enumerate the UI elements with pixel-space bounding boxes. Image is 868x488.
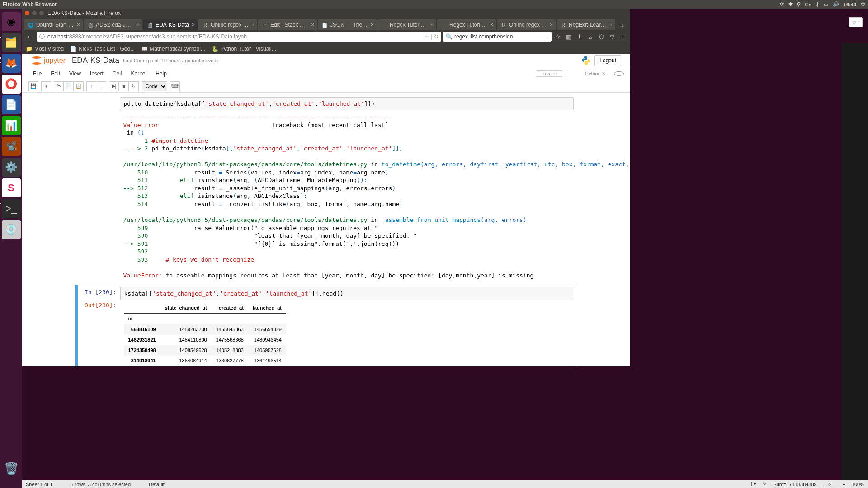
menu-item[interactable]: Cell — [108, 70, 127, 77]
python-logo-icon — [581, 56, 591, 66]
close-tab-icon[interactable]: × — [487, 22, 493, 28]
close-tab-icon[interactable]: × — [547, 22, 553, 28]
zoom-level[interactable]: 100% — [852, 482, 864, 487]
run-button[interactable]: ▶| — [109, 81, 119, 91]
trash-icon[interactable]: 🗑️ — [2, 459, 21, 478]
close-tab-icon[interactable]: × — [134, 22, 140, 28]
browser-tab[interactable]: RRegExr: Learn, B× — [557, 19, 615, 30]
close-tab-icon[interactable]: × — [189, 22, 195, 28]
tray-icon[interactable]: ⟳ — [780, 1, 784, 7]
slack-icon[interactable]: S — [2, 178, 21, 197]
close-tab-icon[interactable]: × — [428, 22, 434, 28]
close-tab-icon[interactable]: × — [607, 22, 613, 28]
dash-icon[interactable]: ◉ — [2, 12, 21, 31]
browser-tab[interactable]: 🌐Ubuntu Start Page× — [24, 19, 83, 30]
impress-icon[interactable]: 📽️ — [2, 137, 21, 156]
paste-button[interactable]: 📋 — [74, 81, 84, 91]
browser-tab[interactable]: ≡Edit - Stack Over× — [258, 19, 317, 30]
bookmark-star-button[interactable]: ☆⁺ — [849, 17, 863, 27]
close-tab-icon[interactable]: × — [74, 22, 80, 28]
bookmark-item[interactable]: 📁Most Visited — [26, 46, 64, 52]
kernel-name[interactable]: Python 3 — [581, 71, 609, 76]
close-tab-icon[interactable]: × — [308, 22, 314, 28]
close-tab-icon[interactable]: × — [249, 22, 255, 28]
back-button[interactable]: ← — [25, 32, 35, 42]
browser-tab[interactable]: ROnline regex tes× — [198, 19, 257, 30]
cut-button[interactable]: ✂ — [54, 81, 64, 91]
star-icon[interactable]: ☆ — [553, 32, 562, 41]
shield-icon[interactable]: ⬡ — [597, 32, 606, 41]
dataframe-table: state_changed_atcreated_atlaunched_atid6… — [124, 303, 287, 366]
gear-icon[interactable]: ⚙ — [861, 1, 865, 7]
move-down-button[interactable]: ↓ — [96, 81, 106, 91]
code-cell[interactable]: pd.to_datetime(ksdata[['state_changed_at… — [75, 95, 577, 284]
add-cell-button[interactable]: ＋ — [41, 81, 51, 91]
bookmark-item[interactable]: 🐍Python Tutor - Visuali... — [212, 46, 276, 52]
kernel-status-icon — [614, 71, 624, 76]
terminal-icon[interactable]: >_ — [2, 199, 21, 218]
new-tab-button[interactable]: + — [616, 22, 627, 30]
tray-icon[interactable]: ✱ — [788, 1, 793, 7]
home-icon[interactable]: ⌂ — [586, 32, 595, 41]
wifi-icon[interactable]: ⚲ — [797, 1, 801, 7]
trusted-indicator[interactable]: Trusted — [536, 70, 562, 77]
copy-button[interactable]: 📄 — [64, 81, 74, 91]
writer-icon[interactable]: 📄 — [2, 95, 21, 114]
lang-indicator[interactable]: En — [805, 2, 811, 7]
tab-icon: 📓 — [87, 22, 94, 28]
calc-icon[interactable]: 📊 — [2, 116, 21, 135]
logout-button[interactable]: Logout — [594, 55, 621, 66]
minimize-icon[interactable] — [32, 11, 37, 15]
bookmark-item[interactable]: 📄Nicks-Task-List - Goo... — [70, 46, 135, 52]
menu-item[interactable]: View — [65, 70, 85, 77]
search-box[interactable]: 🔍 regex llist comprhension → — [443, 32, 552, 42]
bookmark-item[interactable]: 📖Mathematical symbol... — [141, 46, 205, 52]
clock[interactable]: 16:40 — [844, 2, 856, 7]
disk-icon[interactable]: 💿 — [2, 220, 21, 239]
command-palette-button[interactable]: ⌨ — [170, 81, 180, 91]
stop-button[interactable]: ■ — [119, 81, 129, 91]
menu-icon[interactable]: ≡ — [618, 32, 627, 41]
browser-tab[interactable]: 📄JSON — The Hitc× — [318, 19, 377, 30]
zoom-slider[interactable]: —○—— + — [823, 482, 845, 487]
menu-item[interactable]: Help — [151, 70, 171, 77]
system-tray: ⟳ ✱ ⚲ En ᚼ ▭ 🔊 16:40 ⚙ — [780, 1, 865, 7]
library-icon[interactable]: ▥ — [564, 32, 573, 41]
maximize-icon[interactable] — [39, 11, 44, 15]
browser-tab[interactable]: 📓EDA-KS-Data× — [143, 19, 198, 30]
menu-item[interactable]: File — [28, 70, 46, 77]
tab-icon — [441, 22, 447, 28]
files-icon[interactable]: 🗂️ — [2, 33, 21, 52]
browser-tab[interactable]: Regex Tutorial - Rep× — [437, 19, 496, 30]
menu-item[interactable]: Edit — [46, 70, 65, 77]
save-button[interactable]: 💾 — [28, 81, 38, 91]
jupyter-menubar: FileEditViewInsertCellKernelHelp Trusted… — [22, 67, 630, 80]
close-tab-icon[interactable]: × — [368, 22, 374, 28]
in-prompt: In [230]: — [80, 287, 120, 300]
jupyter-header: jupyter EDA-KS-Data Last Checkpoint: 19 … — [22, 54, 630, 67]
volume-icon[interactable]: 🔊 — [833, 1, 839, 7]
downloads-icon[interactable]: ⬇ — [575, 32, 584, 41]
browser-tab[interactable]: ROnline regex tes× — [497, 19, 556, 30]
url-bar[interactable]: ⓘ localhost:8888/notebooks/ADS3-supervis… — [37, 32, 441, 42]
close-icon[interactable] — [25, 11, 29, 15]
chrome-icon[interactable]: ⭕ — [2, 75, 21, 94]
menu-item[interactable]: Kernel — [127, 70, 151, 77]
code-cell[interactable]: In [230]: ksdata[['state_changed_at','cr… — [75, 285, 577, 366]
browser-tab[interactable]: Regex Tutorial - Par× — [377, 19, 436, 30]
jupyter-logo[interactable]: jupyter — [31, 55, 66, 66]
bluetooth-icon[interactable]: ᚼ — [816, 2, 819, 7]
cell-type-select[interactable]: Code — [142, 81, 167, 91]
notebook-area[interactable]: pd.to_datetime(ksdata[['state_changed_at… — [22, 93, 630, 366]
settings-icon[interactable]: ⚙️ — [2, 158, 21, 177]
code-input[interactable]: ksdata[['state_changed_at','created_at',… — [120, 287, 573, 300]
restart-button[interactable]: ↻ — [129, 81, 139, 91]
notebook-title[interactable]: EDA-KS-Data — [72, 56, 119, 65]
firefox-icon[interactable]: 🦊 — [2, 54, 21, 73]
menu-item[interactable]: Insert — [85, 70, 108, 77]
code-input[interactable]: pd.to_datetime(ksdata[['state_changed_at… — [120, 97, 574, 110]
battery-icon[interactable]: ▭ — [824, 1, 828, 7]
pocket-icon[interactable]: ▽ — [608, 32, 617, 41]
browser-tab[interactable]: 📓ADS2-eda-unsup× — [84, 19, 142, 30]
move-up-button[interactable]: ↑ — [86, 81, 96, 91]
